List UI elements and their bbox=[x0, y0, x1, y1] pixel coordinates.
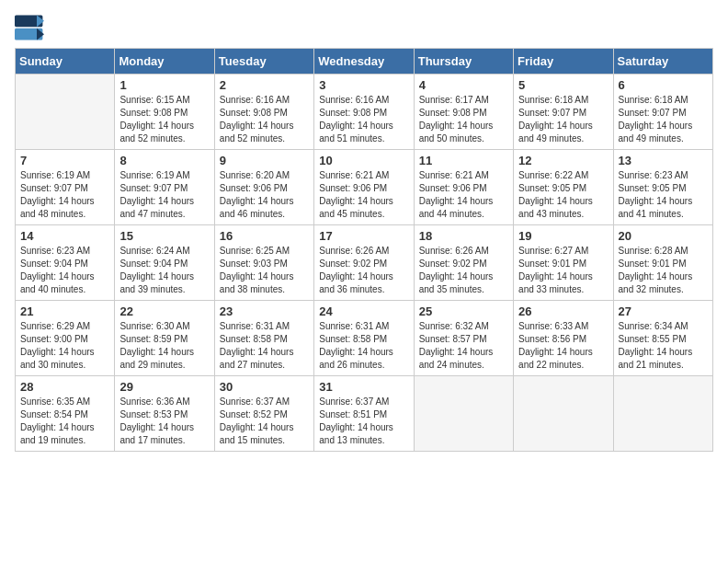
day-number: 21 bbox=[20, 304, 109, 318]
calendar-cell: 18Sunrise: 6:26 AMSunset: 9:02 PMDayligh… bbox=[414, 225, 513, 301]
calendar-cell: 10Sunrise: 6:21 AMSunset: 9:06 PMDayligh… bbox=[314, 150, 414, 225]
calendar-cell: 28Sunrise: 6:35 AMSunset: 8:54 PMDayligh… bbox=[16, 376, 115, 452]
day-number: 29 bbox=[119, 380, 209, 394]
day-detail: Sunrise: 6:15 AMSunset: 9:08 PMDaylight:… bbox=[119, 94, 209, 145]
day-number: 30 bbox=[220, 380, 309, 394]
week-row-1: 1Sunrise: 6:15 AMSunset: 9:08 PMDaylight… bbox=[16, 75, 713, 150]
day-detail: Sunrise: 6:20 AMSunset: 9:06 PMDaylight:… bbox=[220, 169, 309, 221]
day-detail: Sunrise: 6:36 AMSunset: 8:53 PMDaylight:… bbox=[119, 396, 209, 447]
day-number: 1 bbox=[119, 78, 209, 92]
day-detail: Sunrise: 6:21 AMSunset: 9:06 PMDaylight:… bbox=[419, 169, 508, 221]
day-detail: Sunrise: 6:16 AMSunset: 9:08 PMDaylight:… bbox=[220, 94, 309, 145]
day-number: 25 bbox=[419, 304, 508, 318]
calendar-cell bbox=[414, 376, 513, 452]
day-number: 15 bbox=[119, 229, 209, 243]
day-number: 20 bbox=[619, 229, 708, 243]
day-number: 31 bbox=[319, 380, 408, 394]
day-detail: Sunrise: 6:31 AMSunset: 8:58 PMDaylight:… bbox=[220, 320, 309, 372]
calendar: SundayMondayTuesdayWednesdayThursdayFrid… bbox=[15, 48, 713, 452]
logo bbox=[15, 15, 48, 40]
day-detail: Sunrise: 6:33 AMSunset: 8:56 PMDaylight:… bbox=[518, 320, 608, 372]
calendar-cell: 11Sunrise: 6:21 AMSunset: 9:06 PMDayligh… bbox=[414, 150, 513, 225]
day-number: 26 bbox=[518, 304, 608, 318]
day-detail: Sunrise: 6:18 AMSunset: 9:07 PMDaylight:… bbox=[619, 94, 708, 145]
calendar-cell: 29Sunrise: 6:36 AMSunset: 8:53 PMDayligh… bbox=[115, 376, 214, 452]
day-number: 7 bbox=[20, 154, 109, 167]
day-number: 22 bbox=[119, 304, 209, 318]
calendar-cell: 27Sunrise: 6:34 AMSunset: 8:55 PMDayligh… bbox=[613, 301, 712, 376]
day-number: 19 bbox=[518, 229, 608, 243]
calendar-cell: 9Sunrise: 6:20 AMSunset: 9:06 PMDaylight… bbox=[214, 150, 313, 225]
calendar-cell: 2Sunrise: 6:16 AMSunset: 9:08 PMDaylight… bbox=[214, 75, 313, 150]
day-number: 14 bbox=[20, 229, 109, 243]
day-detail: Sunrise: 6:23 AMSunset: 9:05 PMDaylight:… bbox=[619, 169, 708, 221]
calendar-cell: 20Sunrise: 6:28 AMSunset: 9:01 PMDayligh… bbox=[613, 225, 712, 301]
header bbox=[15, 15, 713, 40]
day-detail: Sunrise: 6:19 AMSunset: 9:07 PMDaylight:… bbox=[20, 169, 109, 221]
day-number: 3 bbox=[319, 78, 408, 92]
weekday-header-row: SundayMondayTuesdayWednesdayThursdayFrid… bbox=[16, 49, 713, 75]
weekday-header-wednesday: Wednesday bbox=[314, 49, 414, 75]
calendar-cell: 17Sunrise: 6:26 AMSunset: 9:02 PMDayligh… bbox=[314, 225, 414, 301]
day-detail: Sunrise: 6:17 AMSunset: 9:08 PMDaylight:… bbox=[419, 94, 508, 145]
day-number: 11 bbox=[419, 154, 508, 167]
day-number: 10 bbox=[319, 154, 408, 167]
weekday-header-monday: Monday bbox=[115, 49, 214, 75]
day-detail: Sunrise: 6:26 AMSunset: 9:02 PMDaylight:… bbox=[419, 245, 508, 296]
day-number: 24 bbox=[319, 304, 408, 318]
day-number: 5 bbox=[518, 78, 608, 92]
day-detail: Sunrise: 6:28 AMSunset: 9:01 PMDaylight:… bbox=[619, 245, 708, 296]
day-detail: Sunrise: 6:31 AMSunset: 8:58 PMDaylight:… bbox=[319, 320, 408, 372]
weekday-header-friday: Friday bbox=[514, 49, 613, 75]
calendar-cell: 5Sunrise: 6:18 AMSunset: 9:07 PMDaylight… bbox=[514, 75, 613, 150]
calendar-cell: 1Sunrise: 6:15 AMSunset: 9:08 PMDaylight… bbox=[115, 75, 214, 150]
day-detail: Sunrise: 6:18 AMSunset: 9:07 PMDaylight:… bbox=[518, 94, 608, 145]
week-row-3: 14Sunrise: 6:23 AMSunset: 9:04 PMDayligh… bbox=[16, 225, 713, 301]
weekday-header-saturday: Saturday bbox=[613, 49, 712, 75]
week-row-5: 28Sunrise: 6:35 AMSunset: 8:54 PMDayligh… bbox=[16, 376, 713, 452]
calendar-cell bbox=[613, 376, 712, 452]
day-detail: Sunrise: 6:37 AMSunset: 8:51 PMDaylight:… bbox=[319, 396, 408, 447]
day-number: 13 bbox=[619, 154, 708, 167]
calendar-cell: 16Sunrise: 6:25 AMSunset: 9:03 PMDayligh… bbox=[214, 225, 313, 301]
day-detail: Sunrise: 6:24 AMSunset: 9:04 PMDaylight:… bbox=[119, 245, 209, 296]
day-detail: Sunrise: 6:29 AMSunset: 9:00 PMDaylight:… bbox=[20, 320, 109, 372]
calendar-cell: 26Sunrise: 6:33 AMSunset: 8:56 PMDayligh… bbox=[514, 301, 613, 376]
day-number: 28 bbox=[20, 380, 109, 394]
calendar-cell: 15Sunrise: 6:24 AMSunset: 9:04 PMDayligh… bbox=[115, 225, 214, 301]
calendar-cell bbox=[16, 75, 115, 150]
day-detail: Sunrise: 6:37 AMSunset: 8:52 PMDaylight:… bbox=[220, 396, 309, 447]
day-number: 9 bbox=[220, 154, 309, 167]
calendar-cell: 6Sunrise: 6:18 AMSunset: 9:07 PMDaylight… bbox=[613, 75, 712, 150]
day-detail: Sunrise: 6:34 AMSunset: 8:55 PMDaylight:… bbox=[619, 320, 708, 372]
calendar-cell: 3Sunrise: 6:16 AMSunset: 9:08 PMDaylight… bbox=[314, 75, 414, 150]
day-detail: Sunrise: 6:35 AMSunset: 8:54 PMDaylight:… bbox=[20, 396, 109, 447]
day-detail: Sunrise: 6:30 AMSunset: 8:59 PMDaylight:… bbox=[119, 320, 209, 372]
week-row-4: 21Sunrise: 6:29 AMSunset: 9:00 PMDayligh… bbox=[16, 301, 713, 376]
calendar-cell: 25Sunrise: 6:32 AMSunset: 8:57 PMDayligh… bbox=[414, 301, 513, 376]
day-number: 4 bbox=[419, 78, 508, 92]
calendar-cell: 24Sunrise: 6:31 AMSunset: 8:58 PMDayligh… bbox=[314, 301, 414, 376]
day-number: 23 bbox=[220, 304, 309, 318]
weekday-header-sunday: Sunday bbox=[16, 49, 115, 75]
calendar-cell: 31Sunrise: 6:37 AMSunset: 8:51 PMDayligh… bbox=[314, 376, 414, 452]
day-number: 6 bbox=[619, 78, 708, 92]
calendar-cell: 23Sunrise: 6:31 AMSunset: 8:58 PMDayligh… bbox=[214, 301, 313, 376]
day-detail: Sunrise: 6:25 AMSunset: 9:03 PMDaylight:… bbox=[220, 245, 309, 296]
day-number: 12 bbox=[518, 154, 608, 167]
day-detail: Sunrise: 6:26 AMSunset: 9:02 PMDaylight:… bbox=[319, 245, 408, 296]
day-detail: Sunrise: 6:16 AMSunset: 9:08 PMDaylight:… bbox=[319, 94, 408, 145]
day-detail: Sunrise: 6:27 AMSunset: 9:01 PMDaylight:… bbox=[518, 245, 608, 296]
calendar-cell: 8Sunrise: 6:19 AMSunset: 9:07 PMDaylight… bbox=[115, 150, 214, 225]
calendar-cell: 30Sunrise: 6:37 AMSunset: 8:52 PMDayligh… bbox=[214, 376, 313, 452]
day-number: 2 bbox=[220, 78, 309, 92]
calendar-cell: 4Sunrise: 6:17 AMSunset: 9:08 PMDaylight… bbox=[414, 75, 513, 150]
day-detail: Sunrise: 6:32 AMSunset: 8:57 PMDaylight:… bbox=[419, 320, 508, 372]
weekday-header-tuesday: Tuesday bbox=[214, 49, 313, 75]
week-row-2: 7Sunrise: 6:19 AMSunset: 9:07 PMDaylight… bbox=[16, 150, 713, 225]
day-number: 16 bbox=[220, 229, 309, 243]
day-number: 8 bbox=[119, 154, 209, 167]
calendar-cell: 14Sunrise: 6:23 AMSunset: 9:04 PMDayligh… bbox=[16, 225, 115, 301]
day-detail: Sunrise: 6:23 AMSunset: 9:04 PMDaylight:… bbox=[20, 245, 109, 296]
calendar-cell: 21Sunrise: 6:29 AMSunset: 9:00 PMDayligh… bbox=[16, 301, 115, 376]
